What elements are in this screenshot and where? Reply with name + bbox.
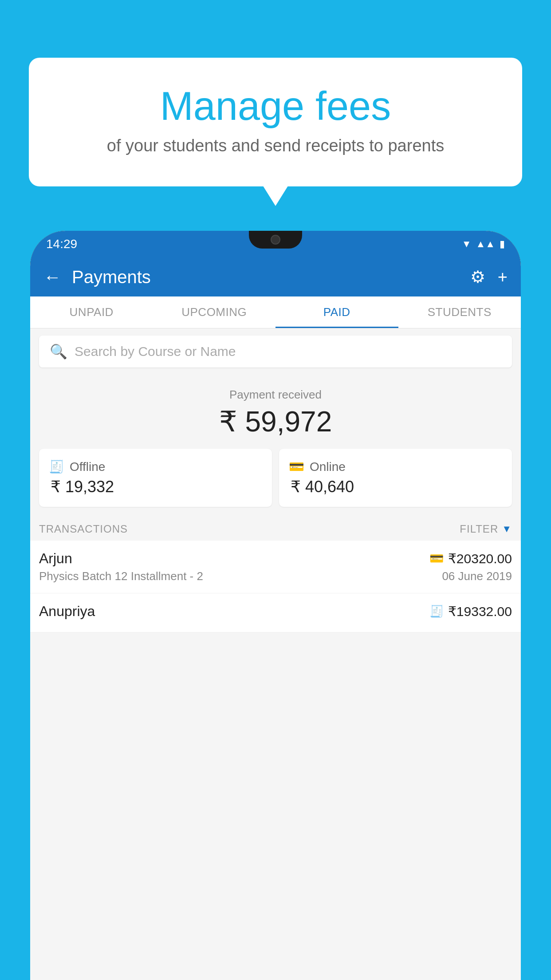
transaction-name: Anupriya xyxy=(39,603,95,620)
tab-paid[interactable]: PAID xyxy=(276,296,398,328)
offline-label: Offline xyxy=(70,460,105,474)
payment-cards: 🧾 Offline ₹ 19,332 💳 Online ₹ 40,640 xyxy=(30,449,521,516)
online-icon: 💳 xyxy=(289,459,304,474)
filter-icon: ▼ xyxy=(502,523,512,535)
payment-type-icon: 🧾 xyxy=(429,605,444,618)
transaction-description: Physics Batch 12 Installment - 2 xyxy=(39,569,203,583)
offline-amount: ₹ 19,332 xyxy=(49,478,262,496)
online-card: 💳 Online ₹ 40,640 xyxy=(279,449,512,507)
offline-card: 🧾 Offline ₹ 19,332 xyxy=(39,449,272,507)
table-row[interactable]: Arjun 💳 ₹20320.00 Physics Batch 12 Insta… xyxy=(30,541,521,593)
settings-icon[interactable]: ⚙ xyxy=(470,267,485,287)
search-input[interactable]: Search by Course or Name xyxy=(75,344,236,359)
payment-received-label: Payment received xyxy=(39,388,512,402)
phone-frame: 14:29 ▼ ▲▲ ▮ ← Payments ⚙ + UNPAID UPCOM… xyxy=(30,231,521,980)
wifi-icon: ▼ xyxy=(462,238,472,250)
offline-icon: 🧾 xyxy=(49,459,64,474)
transactions-header: TRANSACTIONS FILTER ▼ xyxy=(30,516,521,541)
transaction-name: Arjun xyxy=(39,550,72,567)
notch xyxy=(249,231,302,249)
battery-icon: ▮ xyxy=(500,238,505,250)
transaction-amount: ₹20320.00 xyxy=(448,551,512,566)
tab-students[interactable]: STUDENTS xyxy=(398,296,521,328)
status-time: 14:29 xyxy=(46,237,77,251)
transaction-date: 06 June 2019 xyxy=(442,569,512,583)
search-icon: 🔍 xyxy=(50,343,67,360)
tab-unpaid[interactable]: UNPAID xyxy=(30,296,153,328)
transactions-label: TRANSACTIONS xyxy=(39,523,128,535)
status-icons: ▼ ▲▲ ▮ xyxy=(462,238,505,250)
camera xyxy=(271,235,280,245)
table-row[interactable]: Anupriya 🧾 ₹19332.00 xyxy=(30,593,521,632)
app-bar-actions: ⚙ + xyxy=(470,267,508,287)
app-bar: ← Payments ⚙ + xyxy=(30,257,521,296)
signal-icon: ▲▲ xyxy=(476,238,495,250)
add-icon[interactable]: + xyxy=(498,268,508,287)
bubble-subtitle: of your students and send receipts to pa… xyxy=(51,136,500,155)
payment-total-amount: ₹ 59,972 xyxy=(39,405,512,438)
filter-button[interactable]: FILTER ▼ xyxy=(460,523,512,535)
payment-summary: Payment received ₹ 59,972 xyxy=(30,375,521,449)
content-area: 🔍 Search by Course or Name Payment recei… xyxy=(30,328,521,980)
phone-screen: 14:29 ▼ ▲▲ ▮ ← Payments ⚙ + UNPAID UPCOM… xyxy=(30,231,521,980)
online-label: Online xyxy=(310,460,346,474)
status-bar: 14:29 ▼ ▲▲ ▮ xyxy=(30,231,521,257)
back-button[interactable]: ← xyxy=(43,267,61,287)
payment-type-icon: 💳 xyxy=(429,552,444,565)
search-bar[interactable]: 🔍 Search by Course or Name xyxy=(39,336,512,368)
app-bar-title: Payments xyxy=(72,267,460,287)
speech-bubble: Manage fees of your students and send re… xyxy=(29,58,522,186)
transaction-amount: ₹19332.00 xyxy=(448,604,512,619)
filter-label: FILTER xyxy=(460,523,498,535)
tabs: UNPAID UPCOMING PAID STUDENTS xyxy=(30,296,521,328)
bubble-title: Manage fees xyxy=(51,84,500,128)
online-amount: ₹ 40,640 xyxy=(289,478,502,496)
tab-upcoming[interactable]: UPCOMING xyxy=(153,296,276,328)
